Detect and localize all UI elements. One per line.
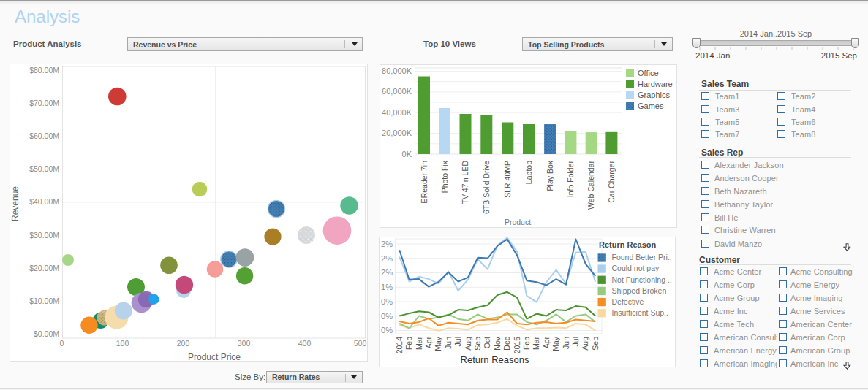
svg-text:Info Folder: Info Folder	[566, 161, 575, 198]
svg-text:400: 400	[298, 339, 312, 348]
svg-text:Dec: Dec	[502, 337, 511, 351]
svg-text:0: 0	[60, 339, 64, 348]
svg-text:Sep: Sep	[591, 337, 600, 351]
svg-text:Defective: Defective	[612, 297, 644, 306]
svg-text:Play Box: Play Box	[546, 160, 554, 191]
svg-text:Mar: Mar	[532, 337, 540, 351]
svg-text:SLR 40MP: SLR 40MP	[503, 161, 512, 198]
svg-text:2%: 2%	[381, 268, 393, 277]
svg-text:6TB Solid Drive: 6TB Solid Drive	[482, 161, 491, 214]
svg-text:Insufficient Sup..: Insufficient Sup..	[612, 308, 668, 317]
svg-text:$20.00M: $20.00M	[29, 264, 59, 272]
svg-text:Return Reason: Return Reason	[599, 240, 657, 249]
svg-text:May: May	[551, 336, 560, 351]
svg-text:Graphics: Graphics	[638, 91, 671, 99]
svg-text:Jun: Jun	[562, 337, 570, 349]
svg-text:Aug: Aug	[464, 337, 472, 351]
svg-text:$80.00M: $80.00M	[29, 66, 59, 74]
svg-text:Aug: Aug	[581, 337, 589, 351]
svg-text:60,000K: 60,000K	[382, 87, 412, 96]
svg-text:0K: 0K	[402, 150, 412, 158]
svg-text:Return Reasons: Return Reasons	[461, 354, 529, 365]
svg-text:2%: 2%	[381, 240, 393, 248]
svg-text:100: 100	[116, 339, 129, 348]
svg-text:0%: 0%	[381, 297, 393, 306]
svg-text:$30.00M: $30.00M	[29, 231, 59, 240]
svg-text:Mar: Mar	[415, 337, 423, 351]
svg-text:2014: 2014	[395, 337, 404, 354]
svg-text:Feb: Feb	[404, 337, 413, 350]
svg-text:Apr: Apr	[424, 337, 433, 349]
svg-text:0%: 0%	[381, 312, 393, 321]
svg-text:1%: 1%	[381, 283, 393, 291]
svg-text:80,000K: 80,000K	[382, 66, 412, 75]
svg-text:Revenue: Revenue	[10, 186, 20, 221]
svg-text:$10.00M: $10.00M	[29, 297, 59, 305]
svg-text:2%: 2%	[381, 254, 393, 263]
svg-text:$40.00M: $40.00M	[29, 197, 59, 206]
svg-text:40,000K: 40,000K	[382, 108, 412, 117]
svg-text:Not Functioning ..: Not Functioning ..	[612, 275, 672, 284]
svg-text:Laptop: Laptop	[524, 161, 533, 184]
svg-text:Apr: Apr	[542, 337, 551, 349]
svg-text:Jul: Jul	[571, 337, 580, 346]
svg-text:TV 47in LED: TV 47in LED	[461, 161, 469, 204]
svg-text:Feb: Feb	[522, 337, 531, 350]
svg-text:$70.00M: $70.00M	[29, 99, 59, 107]
svg-text:Games: Games	[638, 102, 664, 110]
svg-text:Oct: Oct	[483, 337, 491, 348]
svg-text:Office: Office	[638, 69, 659, 77]
svg-text:Photo Fix: Photo Fix	[440, 160, 449, 193]
svg-text:Sep: Sep	[473, 337, 482, 351]
svg-text:Product Price: Product Price	[188, 352, 241, 361]
svg-text:Hardware: Hardware	[638, 80, 673, 88]
svg-text:Jul: Jul	[453, 337, 462, 346]
svg-text:May: May	[434, 336, 442, 351]
svg-text:Could not pay: Could not pay	[612, 264, 660, 272]
svg-text:2015: 2015	[513, 337, 521, 354]
svg-text:0%: 0%	[381, 326, 393, 334]
svg-text:200: 200	[177, 339, 190, 348]
svg-text:Web Calendar: Web Calendar	[586, 161, 595, 210]
svg-text:20,000K: 20,000K	[382, 129, 412, 137]
svg-text:Nov: Nov	[493, 336, 502, 350]
svg-text:500: 500	[354, 339, 367, 348]
svg-text:$0.00M: $0.00M	[34, 329, 59, 338]
svg-text:300: 300	[238, 339, 251, 348]
svg-text:Jun: Jun	[444, 337, 453, 349]
svg-text:EReader 7in: EReader 7in	[420, 161, 429, 204]
svg-text:Car Charger: Car Charger	[607, 161, 616, 203]
svg-text:Found Better Pri..: Found Better Pri..	[612, 253, 672, 261]
svg-text:$50.00M: $50.00M	[29, 164, 59, 173]
svg-text:$60.00M: $60.00M	[29, 131, 59, 140]
svg-text:Shipped Broken: Shipped Broken	[612, 286, 667, 295]
svg-text:Product: Product	[505, 218, 531, 226]
